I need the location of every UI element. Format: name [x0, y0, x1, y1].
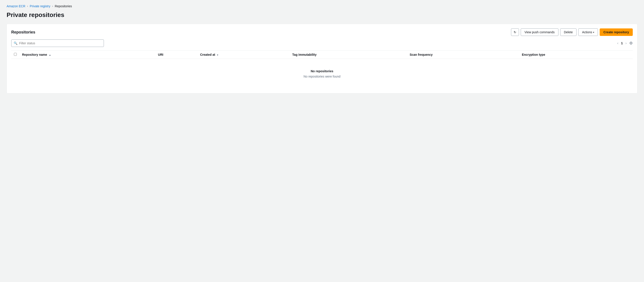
- gear-icon: ⚙: [629, 41, 633, 46]
- table-header-uri[interactable]: URI: [155, 51, 198, 59]
- table-header-encryption-type[interactable]: Encryption type: [519, 51, 633, 59]
- chevron-right-icon: ›: [626, 41, 626, 45]
- create-repository-button[interactable]: Create repository: [600, 28, 633, 36]
- table-settings-button[interactable]: ⚙: [629, 41, 633, 46]
- page-title: Private repositories: [6, 11, 638, 18]
- actions-chevron-icon: ▾: [593, 31, 594, 33]
- empty-state-description: No repositories were found: [16, 75, 628, 78]
- search-bar-container: 🔍: [11, 39, 104, 47]
- search-input[interactable]: [19, 41, 102, 45]
- delete-button[interactable]: Delete: [560, 28, 576, 36]
- breadcrumb-private-registry[interactable]: Private registry: [30, 4, 50, 8]
- actions-label: Actions: [582, 30, 592, 34]
- breadcrumb-separator-1: ›: [27, 5, 28, 8]
- empty-state-row: No repositories No repositories were fou…: [11, 59, 633, 89]
- panel-title: Repositories: [11, 30, 35, 34]
- search-row: 🔍 ‹ 1 › ⚙: [11, 39, 633, 47]
- refresh-button[interactable]: ↻: [511, 28, 519, 36]
- breadcrumb-amazon-ecr[interactable]: Amazon ECR: [6, 4, 25, 8]
- breadcrumb-separator-2: ›: [52, 5, 53, 8]
- view-push-commands-button[interactable]: View push commands: [521, 28, 558, 36]
- sort-asc-icon: ▲: [49, 54, 51, 56]
- actions-button[interactable]: Actions ▾: [578, 28, 598, 36]
- toolbar: ↻ View push commands Delete Actions ▾ Cr…: [511, 28, 633, 36]
- pagination-prev-button[interactable]: ‹: [616, 40, 619, 46]
- table-header-created-at[interactable]: Created at ▾: [198, 51, 290, 59]
- repositories-table: Repository name ▲ URI Created at ▾ Tag i…: [11, 50, 633, 89]
- pagination-next-button[interactable]: ›: [624, 40, 628, 46]
- table-header-repository-name[interactable]: Repository name ▲: [20, 51, 155, 59]
- select-all-checkbox[interactable]: [14, 53, 17, 56]
- sort-desc-icon: ▾: [217, 54, 218, 56]
- table-header-scan-frequency[interactable]: Scan frequency: [407, 51, 519, 59]
- table-header-checkbox: [11, 51, 20, 59]
- empty-state: No repositories No repositories were fou…: [11, 59, 633, 89]
- chevron-left-icon: ‹: [617, 41, 618, 45]
- search-icon: 🔍: [14, 41, 18, 45]
- table-header-tag-immutability[interactable]: Tag immutability: [290, 51, 407, 59]
- pagination: ‹ 1 › ⚙: [616, 40, 633, 46]
- repositories-panel: Repositories ↻ View push commands Delete…: [6, 24, 638, 93]
- empty-state-title: No repositories: [16, 69, 628, 73]
- pagination-current: 1: [621, 41, 623, 45]
- breadcrumb: Amazon ECR › Private registry › Reposito…: [6, 4, 638, 8]
- refresh-icon: ↻: [514, 30, 516, 34]
- table-header-row: Repository name ▲ URI Created at ▾ Tag i…: [11, 51, 633, 59]
- breadcrumb-repositories: Repositories: [55, 4, 72, 8]
- panel-header: Repositories ↻ View push commands Delete…: [11, 28, 633, 36]
